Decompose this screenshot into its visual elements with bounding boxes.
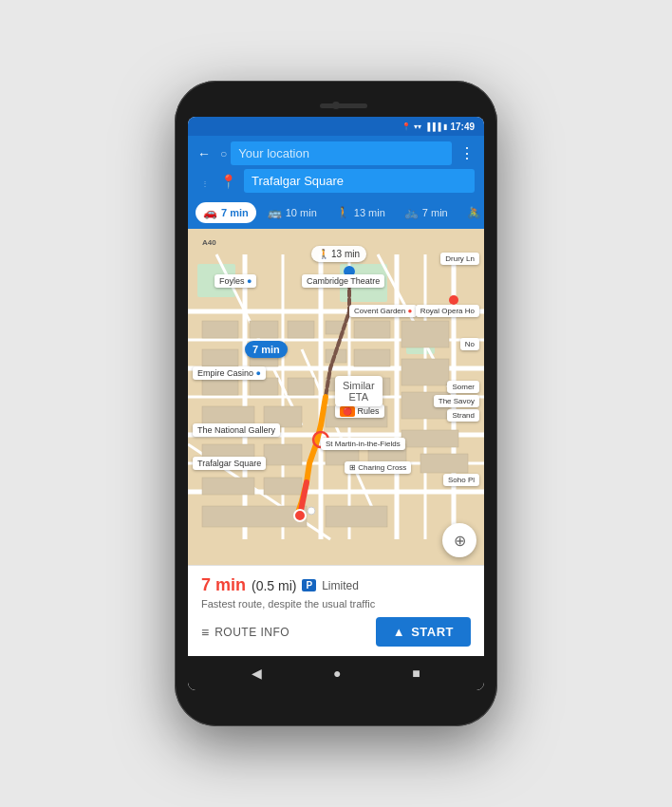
parking-badge: P: [302, 579, 316, 591]
map-label-st-martin: St Martin-in-the-Fields: [321, 438, 405, 450]
svg-rect-33: [202, 378, 238, 395]
route-description: Fastest route, despite the usual traffic: [201, 598, 471, 610]
svg-point-53: [294, 510, 306, 521]
similar-eta-label: SimilarETA: [335, 376, 383, 406]
svg-rect-26: [288, 321, 314, 338]
walk-tab-label: 13 min: [354, 207, 385, 218]
svg-rect-32: [401, 359, 449, 385]
destination-pin-icon: 📍: [220, 174, 236, 189]
svg-rect-22: [202, 321, 238, 338]
drive-tab-label: 7 min: [221, 207, 249, 218]
route-summary: 7 min (0.5 mi) P Limited: [201, 575, 471, 595]
svg-rect-23: [202, 349, 238, 366]
start-btn-icon: ▲: [393, 625, 405, 639]
tab-transit[interactable]: 🚌 10 min: [260, 202, 325, 223]
back-nav-button[interactable]: ◀: [252, 666, 262, 681]
route-dots-icon: ⋮: [197, 173, 213, 190]
tab-cycle[interactable]: 🚴 8 m: [459, 202, 484, 223]
wifi-status-icon: ▾▾: [414, 122, 421, 131]
back-icon[interactable]: ←: [197, 146, 213, 161]
map-label-drury: Drury Ln: [440, 253, 479, 265]
route-actions: ≡ ROUTE INFO ▲ START: [201, 617, 471, 647]
route-info-panel: 7 min (0.5 mi) P Limited Fastest route, …: [188, 565, 484, 656]
phone-speaker: [320, 103, 367, 108]
map-label-no: No: [460, 338, 479, 350]
map-label-a40: A40: [197, 236, 221, 249]
map-label-empire: Empire Casino ●: [193, 366, 266, 380]
origin-row: ← ○ ⋮: [197, 141, 475, 165]
svg-rect-49: [264, 478, 302, 495]
battery-status-icon: ▮: [443, 122, 447, 131]
map-label-soho: Soho Pl: [443, 474, 479, 486]
walk-pill-text: 13 min: [331, 249, 360, 259]
location-button[interactable]: ⊕: [442, 523, 476, 557]
map-label-royal-opera: Royal Opera Ho: [416, 305, 479, 317]
menu-icon[interactable]: ⋮: [459, 144, 475, 162]
walk-pill-icon: 🚶: [318, 249, 329, 259]
tab-drive[interactable]: 🚗 7 min: [196, 202, 256, 223]
svg-rect-48: [202, 478, 254, 495]
svg-rect-47: [420, 454, 468, 473]
route-info-label: ROUTE INFO: [215, 626, 289, 639]
phone-camera: [332, 102, 340, 109]
location-btn-icon: ⊕: [454, 532, 466, 550]
map-label-cambridge: Cambridge Theatre: [302, 274, 384, 288]
map-label-strand: Strand: [447, 409, 479, 422]
drive-tab-icon: 🚗: [203, 206, 217, 219]
route-distance: (0.5 mi): [252, 578, 296, 593]
map-label-trafalgar: Trafalgar Square: [193, 457, 266, 470]
svg-point-56: [449, 295, 458, 305]
svg-rect-44: [264, 444, 302, 465]
svg-rect-29: [401, 321, 449, 347]
svg-rect-42: [401, 430, 458, 447]
bike-tab-label: 7 min: [422, 207, 448, 218]
route-time: 7 min: [201, 575, 246, 595]
svg-point-54: [308, 507, 315, 515]
destination-row: ⋮ 📍: [197, 169, 475, 193]
map-label-covent-garden: Covent Garden ●: [349, 305, 417, 317]
location-status-icon: 📍: [401, 122, 411, 131]
start-btn-label: START: [411, 625, 454, 639]
phone-bottom-bar: [188, 690, 484, 713]
status-icons: 📍 ▾▾ ▐▐▐ ▮ 17:49: [401, 122, 475, 132]
route-info-list-icon: ≡: [201, 625, 209, 640]
map-drive-label: 7 min: [245, 341, 288, 358]
transit-tab-label: 10 min: [286, 207, 317, 218]
svg-rect-31: [354, 349, 390, 366]
walk-tab-icon: 🚶: [336, 206, 350, 219]
destination-input[interactable]: [244, 169, 475, 193]
origin-circle-icon: ○: [220, 147, 227, 160]
map-label-foyles: Foyles ●: [215, 274, 256, 288]
route-info-button[interactable]: ≡ ROUTE INFO: [201, 625, 289, 640]
parking-label: Limited: [322, 579, 359, 592]
svg-rect-51: [326, 506, 387, 527]
svg-rect-28: [354, 321, 390, 338]
status-time: 17:49: [450, 122, 475, 132]
svg-rect-50: [202, 506, 307, 527]
transport-tabs: 🚗 7 min 🚌 10 min 🚶 13 min 🚲 7 min 🚴 8 m: [188, 198, 484, 229]
map-label-rules: 🔴 Rules: [335, 404, 384, 418]
map-walk-label: 🚶 13 min: [311, 246, 366, 262]
map-label-national-gallery: The National Gallery: [193, 423, 280, 437]
map-label-charing-cross: ⊞ Charing Cross: [345, 461, 411, 474]
bike-tab-icon: 🚲: [404, 206, 419, 219]
svg-rect-24: [250, 321, 278, 338]
phone-top-bar: [188, 94, 484, 117]
tab-bike[interactable]: 🚲 7 min: [397, 202, 456, 223]
bottom-nav: ◀ ● ■: [188, 656, 484, 690]
origin-input[interactable]: [231, 141, 452, 165]
recent-nav-button[interactable]: ■: [412, 666, 420, 681]
phone-screen: 📍 ▾▾ ▐▐▐ ▮ 17:49 ← ○ ⋮ ⋮ 📍: [188, 117, 484, 690]
start-button[interactable]: ▲ START: [376, 617, 471, 647]
map-area[interactable]: A40 Foyles ● Cambridge Theatre Covent Ga…: [188, 229, 484, 565]
svg-rect-35: [288, 378, 314, 395]
transit-tab-icon: 🚌: [268, 206, 282, 219]
status-bar: 📍 ▾▾ ▐▐▐ ▮ 17:49: [188, 117, 484, 136]
tab-walk[interactable]: 🚶 13 min: [328, 202, 393, 223]
cycle-tab-icon: 🚴: [467, 206, 481, 219]
home-nav-button[interactable]: ●: [333, 666, 341, 681]
phone-device: 📍 ▾▾ ▐▐▐ ▮ 17:49 ← ○ ⋮ ⋮ 📍: [175, 81, 497, 726]
signal-status-icon: ▐▐▐: [424, 122, 440, 131]
map-label-somer: Somer: [447, 381, 479, 393]
svg-rect-34: [250, 378, 278, 395]
